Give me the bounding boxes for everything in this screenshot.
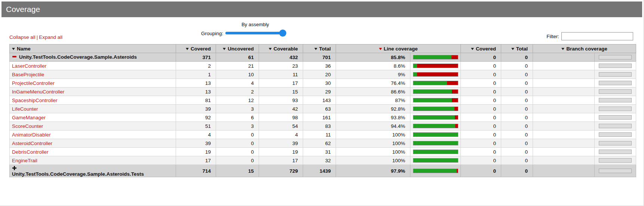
covered-bar-segment bbox=[413, 64, 417, 68]
covered-bar-segment bbox=[413, 150, 458, 154]
cell-total: 20 bbox=[303, 70, 336, 79]
cell-line-coverage-bar bbox=[410, 87, 461, 96]
line-coverage-bar bbox=[413, 107, 458, 111]
cell-name: LifeCounter bbox=[10, 105, 176, 113]
class-link[interactable]: EngineTrail bbox=[12, 158, 37, 163]
class-link[interactable]: AnimatorDisabler bbox=[12, 132, 51, 138]
cell-line-coverage-pct: 86.6% bbox=[336, 87, 410, 96]
cell-branch-total: 0 bbox=[501, 70, 533, 79]
class-link[interactable]: DebrisController bbox=[12, 149, 49, 155]
slider-thumb[interactable] bbox=[279, 30, 286, 37]
cell-coverable: 432 bbox=[259, 53, 303, 62]
cell-branch-total: 0 bbox=[501, 105, 533, 113]
cell-branch-coverage-pct bbox=[533, 70, 595, 79]
cell-line-coverage-pct: 100% bbox=[336, 130, 410, 139]
cell-name: EngineTrail bbox=[10, 156, 176, 165]
filter-control: Filter: bbox=[546, 32, 633, 40]
cell-branch-coverage-bar bbox=[595, 122, 636, 130]
controls-row: Collapse all|Expand all By assembly Grou… bbox=[9, 17, 635, 44]
cell-branch-covered: 0 bbox=[461, 165, 501, 177]
filter-input[interactable] bbox=[561, 32, 633, 40]
cell-branch-covered: 0 bbox=[461, 62, 501, 70]
cell-line-coverage-bar bbox=[410, 53, 461, 62]
line-coverage-bar bbox=[413, 55, 458, 59]
cell-covered: 1 bbox=[176, 70, 216, 79]
class-link[interactable]: GameManager bbox=[12, 115, 46, 120]
cell-branch-covered: 0 bbox=[461, 79, 501, 87]
cell-covered: 13 bbox=[176, 87, 216, 96]
col-header-line-coverage[interactable]: Line coverage bbox=[336, 44, 461, 53]
cell-name: LaserController bbox=[10, 62, 176, 70]
cell-coverable: 11 bbox=[259, 70, 303, 79]
sort-arrow-icon bbox=[511, 48, 514, 50]
cell-line-coverage-bar bbox=[410, 113, 461, 122]
col-header-branch-total[interactable]: Total bbox=[501, 44, 533, 53]
cell-coverable: 93 bbox=[259, 96, 303, 105]
cell-branch-total: 0 bbox=[501, 165, 533, 177]
class-link[interactable]: InGameMenuController bbox=[12, 89, 64, 95]
table-row: Unity.TestTools.CodeCoverage.Sample.Aste… bbox=[10, 53, 636, 62]
cell-line-coverage-pct: 93.8% bbox=[336, 113, 410, 122]
cell-branch-coverage-pct bbox=[533, 53, 595, 62]
cell-line-coverage-pct: 87% bbox=[336, 96, 410, 105]
line-coverage-bar bbox=[413, 132, 458, 137]
cell-branch-covered: 0 bbox=[461, 105, 501, 113]
page-title: Coverage bbox=[6, 5, 40, 13]
branch-coverage-bar bbox=[599, 115, 632, 120]
class-link[interactable]: ScoreCounter bbox=[12, 123, 43, 129]
col-header-branch-covered[interactable]: Covered bbox=[461, 44, 501, 53]
cell-name: Unity.TestTools.CodeCoverage.Sample.Aste… bbox=[10, 53, 176, 62]
cell-branch-coverage-pct bbox=[533, 96, 595, 105]
expand-all-link[interactable]: Expand all bbox=[39, 34, 62, 40]
cell-line-coverage-bar bbox=[410, 105, 461, 113]
covered-bar-segment bbox=[413, 55, 452, 59]
col-header-total[interactable]: Total bbox=[303, 44, 336, 53]
cell-line-coverage-bar bbox=[410, 70, 461, 79]
class-link[interactable]: AsteroidController bbox=[12, 141, 52, 146]
grouping-slider[interactable] bbox=[225, 29, 285, 37]
slider-track-icon bbox=[225, 32, 285, 34]
cell-covered: 714 bbox=[176, 165, 216, 177]
line-coverage-bar bbox=[413, 141, 458, 145]
table-row: BaseProjectile11011209%00 bbox=[10, 70, 636, 79]
covered-bar-segment bbox=[413, 98, 452, 102]
col-header-label: Line coverage bbox=[384, 46, 418, 52]
cell-line-coverage-pct: 92.8% bbox=[336, 105, 410, 113]
expand-toggle-icon[interactable] bbox=[12, 166, 173, 171]
cell-branch-covered: 0 bbox=[461, 130, 501, 139]
filter-label: Filter: bbox=[546, 34, 559, 39]
col-header-coverable[interactable]: Coverable bbox=[259, 44, 303, 53]
col-header-uncovered[interactable]: Uncovered bbox=[216, 44, 259, 53]
cell-branch-coverage-bar bbox=[595, 139, 636, 148]
cell-line-coverage-bar bbox=[410, 62, 461, 70]
coverage-table: Name Covered Uncovered Coverable Total L… bbox=[9, 44, 636, 177]
collapse-toggle-icon[interactable] bbox=[12, 54, 17, 60]
sort-arrow-icon bbox=[269, 48, 272, 50]
collapse-all-link[interactable]: Collapse all bbox=[9, 34, 36, 40]
col-header-label: Uncovered bbox=[228, 46, 254, 52]
cell-branch-coverage-pct bbox=[533, 139, 595, 148]
line-coverage-bar bbox=[413, 72, 458, 77]
cell-name: BaseProjectile bbox=[10, 70, 176, 79]
branch-coverage-bar bbox=[599, 98, 632, 102]
col-header-covered[interactable]: Covered bbox=[176, 44, 216, 53]
class-link[interactable]: LifeCounter bbox=[12, 106, 38, 112]
class-link[interactable]: LaserController bbox=[12, 63, 46, 69]
cell-line-coverage-pct: 100% bbox=[336, 156, 410, 165]
cell-line-coverage-pct: 94.4% bbox=[336, 122, 410, 130]
cell-branch-coverage-bar bbox=[595, 165, 636, 177]
cell-branch-coverage-pct bbox=[533, 105, 595, 113]
line-coverage-bar bbox=[413, 150, 458, 154]
class-link[interactable]: SpaceshipController bbox=[12, 98, 58, 103]
covered-bar-segment bbox=[413, 116, 455, 119]
table-row: LifeCounter393426392.8%00 bbox=[10, 105, 636, 113]
cell-branch-coverage-bar bbox=[595, 96, 636, 105]
cell-uncovered: 6 bbox=[216, 113, 259, 122]
line-coverage-bar bbox=[413, 64, 458, 68]
class-link[interactable]: ProjectileController bbox=[12, 80, 55, 86]
class-link[interactable]: BaseProjectile bbox=[12, 72, 44, 77]
col-header-branch-coverage[interactable]: Branch coverage bbox=[533, 44, 636, 53]
col-header-name[interactable]: Name bbox=[10, 44, 176, 53]
cell-uncovered: 3 bbox=[216, 122, 259, 130]
cell-covered: 39 bbox=[176, 105, 216, 113]
